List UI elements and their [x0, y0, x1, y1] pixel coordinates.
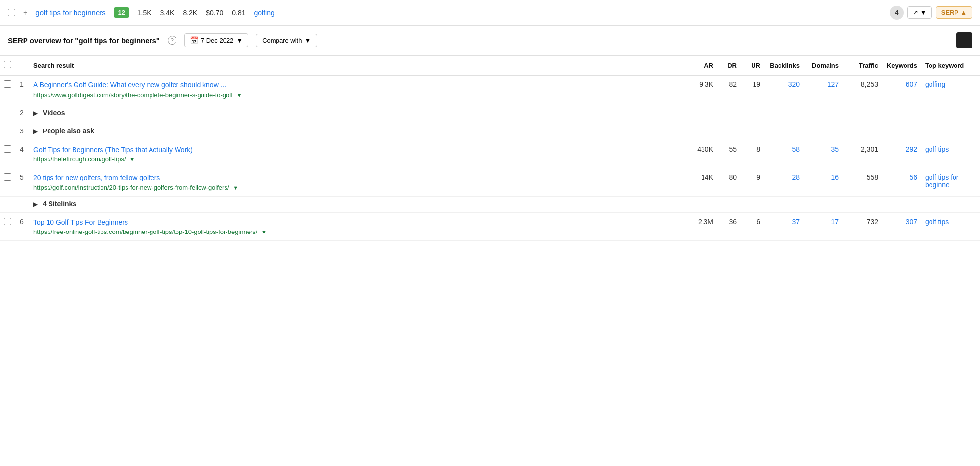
dr-cell: 55	[717, 140, 741, 168]
date-label: 7 Dec 2022	[201, 37, 234, 44]
expand-title[interactable]: ▶ Videos	[29, 104, 980, 122]
ar-cell: 14K	[693, 168, 717, 197]
expand-row[interactable]: 3 ▶ People also ask	[0, 122, 980, 140]
backlinks-cell[interactable]: 320	[764, 75, 804, 104]
table-row: 6 Top 10 Golf Tips For Beginners https:/…	[0, 212, 980, 241]
top-keyword-cell[interactable]: golf tips	[921, 140, 980, 168]
domains-cell[interactable]: 127	[804, 75, 843, 104]
traffic-cell: 558	[843, 168, 882, 197]
backlinks-cell[interactable]: 58	[764, 140, 804, 168]
traffic-cell: 8,253	[843, 75, 882, 104]
table-row: 1 A Beginner's Golf Guide: What every ne…	[0, 75, 980, 104]
result-title-link[interactable]: 20 tips for new golfers, from fellow gol…	[33, 173, 689, 183]
dr-cell: 82	[717, 75, 741, 104]
row-checkbox-cell	[0, 140, 16, 168]
sitelinks-expand[interactable]: ▶ 4 Sitelinks	[29, 196, 980, 212]
top-keyword-cell[interactable]: golfing	[921, 75, 980, 104]
keywords-cell[interactable]: 56	[882, 168, 921, 197]
top-bar-right: 4 ↗ ▼ SERP ▲	[890, 6, 972, 20]
row-checkbox-cell	[0, 212, 16, 241]
compare-with-button[interactable]: Compare with ▼	[256, 34, 317, 47]
table-row: 4 Golf Tips for Beginners (The Tips that…	[0, 140, 980, 168]
result-cell: Top 10 Golf Tips For Beginners https://f…	[29, 212, 693, 241]
result-url-link[interactable]: https://golf.com/instruction/20-tips-for…	[33, 184, 689, 191]
result-url-link[interactable]: https://free-online-golf-tips.com/beginn…	[33, 228, 689, 235]
compare-label: Compare with	[262, 37, 302, 44]
th-search-result: Search result	[29, 56, 693, 76]
domains-cell[interactable]: 17	[804, 212, 843, 241]
keywords-cell[interactable]: 292	[882, 140, 921, 168]
serp-table: Search result AR DR UR Backlinks Domains…	[0, 55, 980, 241]
row-number: 6	[16, 212, 29, 241]
ar-cell: 2.3M	[693, 212, 717, 241]
result-cell: 20 tips for new golfers, from fellow gol…	[29, 168, 693, 197]
url-dropdown-icon: ▼	[261, 229, 267, 235]
top-bar: + golf tips for beginners 12 1.5K 3.4K 8…	[0, 0, 980, 26]
dr-cell: 80	[717, 168, 741, 197]
result-title-link[interactable]: Top 10 Golf Tips For Beginners	[33, 218, 689, 228]
domains-cell[interactable]: 16	[804, 168, 843, 197]
dr-cell: 36	[717, 212, 741, 241]
row-checkbox[interactable]	[4, 80, 11, 88]
expand-icon: ▶	[33, 128, 38, 135]
row-number: 1	[16, 75, 29, 104]
expand-title[interactable]: ▶ People also ask	[29, 122, 980, 140]
trend-icon: ↗	[913, 9, 918, 16]
ur-cell: 6	[741, 212, 764, 241]
keywords-cell[interactable]: 307	[882, 212, 921, 241]
trend-dropdown-icon: ▼	[920, 9, 927, 16]
top-bar-checkbox[interactable]	[8, 9, 15, 16]
serp-header: SERP overview for "golf tips for beginne…	[0, 26, 980, 55]
row-checkbox-cell	[0, 75, 16, 104]
help-icon[interactable]: ?	[168, 36, 176, 45]
serp-button[interactable]: SERP ▲	[936, 6, 972, 19]
add-icon[interactable]: +	[23, 8, 27, 17]
backlinks-cell[interactable]: 37	[764, 212, 804, 241]
top-keyword-cell[interactable]: golf tips	[921, 212, 980, 241]
select-all-checkbox[interactable]	[4, 61, 11, 68]
keywords-cell[interactable]: 607	[882, 75, 921, 104]
trend-button[interactable]: ↗ ▼	[907, 6, 932, 19]
row-checkbox-cell	[0, 168, 16, 197]
result-title-link[interactable]: A Beginner's Golf Guide: What every new …	[33, 80, 689, 90]
result-url-link[interactable]: https://theleftrough.com/golf-tips/ ▼	[33, 155, 689, 163]
table-row: 5 20 tips for new golfers, from fellow g…	[0, 168, 980, 197]
ar-cell: 430K	[693, 140, 717, 168]
th-keywords: Keywords	[882, 56, 921, 76]
sitelinks-row[interactable]: ▶ 4 Sitelinks	[0, 196, 980, 212]
ar-cell: 9.3K	[693, 75, 717, 104]
row-checkbox[interactable]	[4, 218, 11, 225]
compare-arrow-icon: ▼	[304, 37, 311, 44]
top-bar-stats: 1.5K 3.4K 8.2K $0.70 0.81 golfing	[137, 9, 275, 17]
row-checkbox[interactable]	[4, 173, 11, 181]
row-number: 2	[16, 104, 29, 122]
stat-volume: 1.5K	[137, 9, 151, 17]
backlinks-cell[interactable]: 28	[764, 168, 804, 197]
sitelinks-checkbox-cell	[0, 196, 16, 212]
screenshot-button[interactable]	[956, 32, 972, 48]
top-keyword-link[interactable]: golfing	[254, 9, 275, 17]
top-keyword-cell[interactable]: golf tips for beginne	[921, 168, 980, 197]
url-dropdown-icon: ▼	[236, 92, 242, 98]
row-number: 4	[16, 140, 29, 168]
rank-badge: 12	[114, 7, 129, 18]
expand-row[interactable]: 2 ▶ Videos	[0, 104, 980, 122]
result-url-link[interactable]: https://www.golfdigest.com/story/the-com…	[33, 91, 689, 99]
row-checkbox[interactable]	[4, 145, 11, 153]
stat-val: 0.81	[232, 9, 245, 17]
sitelinks-expand-icon: ▶	[33, 201, 38, 207]
date-picker-button[interactable]: 📅 7 Dec 2022 ▼	[184, 33, 248, 47]
row-number: 3	[16, 122, 29, 140]
domains-cell[interactable]: 35	[804, 140, 843, 168]
th-traffic: Traffic	[843, 56, 882, 76]
stat-cpc: 8.2K	[183, 9, 197, 17]
sitelinks-label: 4 Sitelinks	[43, 200, 76, 207]
result-cell: A Beginner's Golf Guide: What every new …	[29, 75, 693, 104]
stat-cpc2: $0.70	[206, 9, 223, 17]
ur-cell: 9	[741, 168, 764, 197]
result-title-link[interactable]: Golf Tips for Beginners (The Tips that A…	[33, 145, 689, 155]
keyword-link[interactable]: golf tips for beginners	[35, 8, 105, 17]
calendar-icon: 📅	[190, 36, 198, 44]
serp-overview-title: SERP overview for "golf tips for beginne…	[8, 36, 160, 45]
traffic-cell: 2,301	[843, 140, 882, 168]
